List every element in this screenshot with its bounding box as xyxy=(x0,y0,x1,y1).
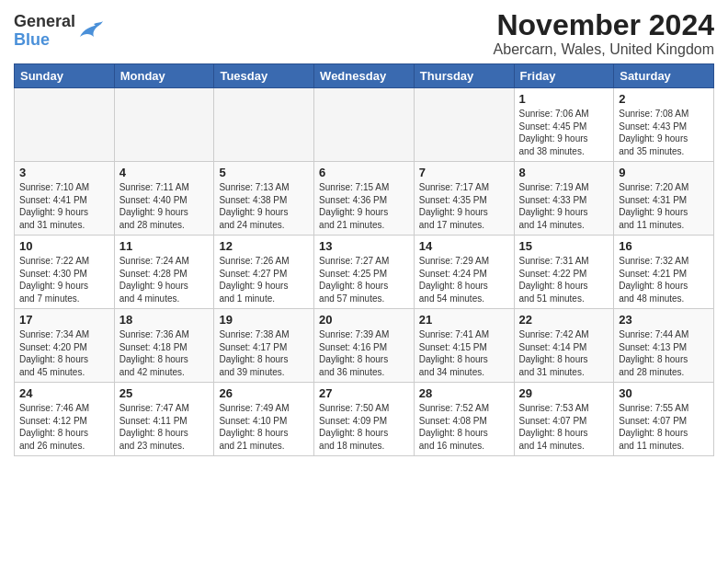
day-number: 9 xyxy=(619,166,709,179)
day-info: Sunrise: 7:46 AM Sunset: 4:12 PM Dayligh… xyxy=(19,402,109,452)
day-info: Sunrise: 7:39 AM Sunset: 4:16 PM Dayligh… xyxy=(319,328,409,378)
calendar-header-monday: Monday xyxy=(114,64,214,88)
calendar-cell xyxy=(214,88,314,162)
day-number: 8 xyxy=(519,166,609,179)
day-info: Sunrise: 7:41 AM Sunset: 4:15 PM Dayligh… xyxy=(419,328,509,378)
calendar-cell: 30Sunrise: 7:55 AM Sunset: 4:07 PM Dayli… xyxy=(614,383,714,456)
calendar-week-3: 10Sunrise: 7:22 AM Sunset: 4:30 PM Dayli… xyxy=(15,236,714,309)
day-number: 21 xyxy=(419,313,509,327)
day-number: 28 xyxy=(419,386,509,400)
calendar-table: SundayMondayTuesdayWednesdayThursdayFrid… xyxy=(14,63,714,456)
day-info: Sunrise: 7:20 AM Sunset: 4:31 PM Dayligh… xyxy=(619,181,709,231)
calendar-header-sunday: Sunday xyxy=(15,64,115,88)
day-info: Sunrise: 7:24 AM Sunset: 4:28 PM Dayligh… xyxy=(119,255,210,304)
calendar-header-friday: Friday xyxy=(514,64,614,88)
day-info: Sunrise: 7:13 AM Sunset: 4:38 PM Dayligh… xyxy=(219,181,309,231)
day-number: 26 xyxy=(219,386,309,400)
day-info: Sunrise: 7:19 AM Sunset: 4:33 PM Dayligh… xyxy=(519,181,609,231)
day-number: 6 xyxy=(319,166,409,179)
day-info: Sunrise: 7:31 AM Sunset: 4:22 PM Dayligh… xyxy=(519,255,609,304)
day-info: Sunrise: 7:08 AM Sunset: 4:43 PM Dayligh… xyxy=(619,108,709,157)
day-number: 11 xyxy=(119,239,210,253)
calendar-cell: 19Sunrise: 7:38 AM Sunset: 4:17 PM Dayli… xyxy=(214,309,314,383)
day-number: 25 xyxy=(119,386,210,400)
day-number: 29 xyxy=(519,386,609,400)
calendar-cell: 10Sunrise: 7:22 AM Sunset: 4:30 PM Dayli… xyxy=(15,236,115,309)
calendar-cell: 12Sunrise: 7:26 AM Sunset: 4:27 PM Dayli… xyxy=(214,236,314,309)
logo: General Blue xyxy=(14,13,103,50)
calendar-cell: 14Sunrise: 7:29 AM Sunset: 4:24 PM Dayli… xyxy=(414,236,514,309)
page: General Blue November 2024 Abercarn, Wal… xyxy=(0,0,728,465)
calendar-cell: 20Sunrise: 7:39 AM Sunset: 4:16 PM Dayli… xyxy=(314,309,415,383)
calendar-week-5: 24Sunrise: 7:46 AM Sunset: 4:12 PM Dayli… xyxy=(15,383,714,456)
day-info: Sunrise: 7:11 AM Sunset: 4:40 PM Dayligh… xyxy=(119,181,210,231)
calendar-cell: 17Sunrise: 7:34 AM Sunset: 4:20 PM Dayli… xyxy=(15,309,115,383)
day-number: 4 xyxy=(119,166,210,179)
day-info: Sunrise: 7:47 AM Sunset: 4:11 PM Dayligh… xyxy=(119,402,210,452)
day-info: Sunrise: 7:32 AM Sunset: 4:21 PM Dayligh… xyxy=(619,255,709,304)
day-number: 27 xyxy=(319,386,409,400)
day-info: Sunrise: 7:29 AM Sunset: 4:24 PM Dayligh… xyxy=(419,255,509,304)
calendar-header-wednesday: Wednesday xyxy=(314,64,415,88)
day-info: Sunrise: 7:50 AM Sunset: 4:09 PM Dayligh… xyxy=(319,402,409,452)
calendar-header-row: SundayMondayTuesdayWednesdayThursdayFrid… xyxy=(15,64,714,88)
day-info: Sunrise: 7:27 AM Sunset: 4:25 PM Dayligh… xyxy=(319,255,409,304)
logo-bird-icon xyxy=(75,20,103,42)
day-info: Sunrise: 7:34 AM Sunset: 4:20 PM Dayligh… xyxy=(19,328,109,378)
day-info: Sunrise: 7:55 AM Sunset: 4:07 PM Dayligh… xyxy=(619,402,709,452)
calendar-header-saturday: Saturday xyxy=(614,64,714,88)
day-number: 14 xyxy=(419,239,509,253)
calendar-cell xyxy=(15,88,115,162)
day-number: 30 xyxy=(619,386,709,400)
day-info: Sunrise: 7:44 AM Sunset: 4:13 PM Dayligh… xyxy=(619,328,709,378)
calendar-cell: 15Sunrise: 7:31 AM Sunset: 4:22 PM Dayli… xyxy=(514,236,614,309)
calendar-cell xyxy=(314,88,415,162)
day-number: 12 xyxy=(219,239,309,253)
calendar-cell: 4Sunrise: 7:11 AM Sunset: 4:40 PM Daylig… xyxy=(114,162,214,236)
day-number: 22 xyxy=(519,313,609,327)
calendar-subtitle: Abercarn, Wales, United Kingdom xyxy=(494,41,714,58)
day-number: 17 xyxy=(19,313,109,327)
day-number: 15 xyxy=(519,239,609,253)
calendar-week-4: 17Sunrise: 7:34 AM Sunset: 4:20 PM Dayli… xyxy=(15,309,714,383)
day-info: Sunrise: 7:26 AM Sunset: 4:27 PM Dayligh… xyxy=(219,255,309,304)
calendar-cell: 6Sunrise: 7:15 AM Sunset: 4:36 PM Daylig… xyxy=(314,162,415,236)
day-number: 13 xyxy=(319,239,409,253)
day-number: 19 xyxy=(219,313,309,327)
header: General Blue November 2024 Abercarn, Wal… xyxy=(14,9,714,58)
day-info: Sunrise: 7:42 AM Sunset: 4:14 PM Dayligh… xyxy=(519,328,609,378)
day-info: Sunrise: 7:06 AM Sunset: 4:45 PM Dayligh… xyxy=(519,108,609,157)
title-area: November 2024 Abercarn, Wales, United Ki… xyxy=(494,9,714,58)
calendar-cell: 16Sunrise: 7:32 AM Sunset: 4:21 PM Dayli… xyxy=(614,236,714,309)
day-number: 1 xyxy=(519,92,609,106)
calendar-cell xyxy=(114,88,214,162)
day-number: 7 xyxy=(419,166,509,179)
day-number: 24 xyxy=(19,386,109,400)
day-info: Sunrise: 7:17 AM Sunset: 4:35 PM Dayligh… xyxy=(419,181,509,231)
day-info: Sunrise: 7:22 AM Sunset: 4:30 PM Dayligh… xyxy=(19,255,109,304)
calendar-cell: 9Sunrise: 7:20 AM Sunset: 4:31 PM Daylig… xyxy=(614,162,714,236)
calendar-cell: 3Sunrise: 7:10 AM Sunset: 4:41 PM Daylig… xyxy=(15,162,115,236)
logo-general: General xyxy=(14,13,75,31)
day-info: Sunrise: 7:36 AM Sunset: 4:18 PM Dayligh… xyxy=(119,328,210,378)
calendar-cell: 8Sunrise: 7:19 AM Sunset: 4:33 PM Daylig… xyxy=(514,162,614,236)
day-info: Sunrise: 7:52 AM Sunset: 4:08 PM Dayligh… xyxy=(419,402,509,452)
calendar-title: November 2024 xyxy=(494,9,714,41)
day-number: 18 xyxy=(119,313,210,327)
calendar-cell: 24Sunrise: 7:46 AM Sunset: 4:12 PM Dayli… xyxy=(15,383,115,456)
day-number: 23 xyxy=(619,313,709,327)
calendar-cell xyxy=(414,88,514,162)
calendar-cell: 7Sunrise: 7:17 AM Sunset: 4:35 PM Daylig… xyxy=(414,162,514,236)
calendar-cell: 18Sunrise: 7:36 AM Sunset: 4:18 PM Dayli… xyxy=(114,309,214,383)
calendar-header-tuesday: Tuesday xyxy=(214,64,314,88)
calendar-week-2: 3Sunrise: 7:10 AM Sunset: 4:41 PM Daylig… xyxy=(15,162,714,236)
calendar-cell: 23Sunrise: 7:44 AM Sunset: 4:13 PM Dayli… xyxy=(614,309,714,383)
calendar-cell: 2Sunrise: 7:08 AM Sunset: 4:43 PM Daylig… xyxy=(614,88,714,162)
calendar-cell: 26Sunrise: 7:49 AM Sunset: 4:10 PM Dayli… xyxy=(214,383,314,456)
day-number: 3 xyxy=(19,166,109,179)
day-info: Sunrise: 7:38 AM Sunset: 4:17 PM Dayligh… xyxy=(219,328,309,378)
calendar-cell: 5Sunrise: 7:13 AM Sunset: 4:38 PM Daylig… xyxy=(214,162,314,236)
day-info: Sunrise: 7:53 AM Sunset: 4:07 PM Dayligh… xyxy=(519,402,609,452)
calendar-cell: 13Sunrise: 7:27 AM Sunset: 4:25 PM Dayli… xyxy=(314,236,415,309)
day-number: 16 xyxy=(619,239,709,253)
